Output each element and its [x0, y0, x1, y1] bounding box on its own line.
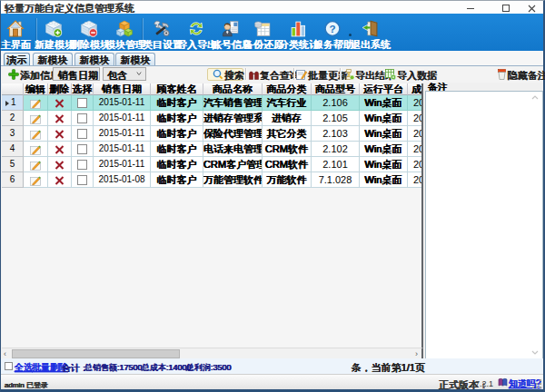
svg-text:?: ? — [329, 23, 335, 34]
